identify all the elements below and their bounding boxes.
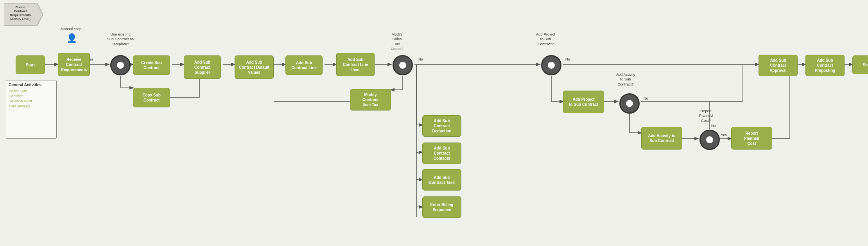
add-task-node[interactable]: Add Sub Contract Task — [422, 169, 461, 191]
svg-text:No: No — [644, 96, 648, 100]
svg-text:Create: Create — [16, 5, 25, 9]
add-project-q-label: Add Project to Sub Contract? — [527, 32, 564, 46]
add-project-node[interactable]: Add Project to Sub Contract — [563, 91, 604, 113]
flowchart-canvas: { "header": { "title": "Create Contract … — [0, 0, 868, 246]
stop-node[interactable]: Stop — [852, 55, 868, 74]
add-project-diamond — [540, 53, 563, 77]
create-sub-node[interactable]: Create Sub Contract — [133, 55, 170, 75]
use-existing-diamond — [109, 53, 132, 77]
person-icon: 👤 — [66, 33, 77, 43]
svg-text:(Activity Level): (Activity Level) — [10, 17, 30, 21]
add-activity-diamond — [618, 92, 641, 115]
svg-text:No: No — [711, 124, 716, 128]
svg-text:No: No — [565, 57, 570, 61]
general-activities-box: General Activities Define Sub Contract R… — [6, 80, 57, 139]
report-planned-q-label: Report Planned Cost? — [687, 109, 725, 123]
add-activity-q-label: Add Activity to Sub Contract? — [606, 72, 645, 87]
report-planned-node[interactable]: Report Planned Cost — [731, 127, 772, 150]
use-existing-label: Use existing Sub Contract as Template? — [97, 32, 144, 46]
add-line-item-node[interactable]: Add Sub Contract Line Item — [336, 53, 375, 76]
receive-node[interactable]: Receive Contract Requirements — [58, 53, 90, 76]
modify-sales-label: Modify Sales Tax Codes? — [378, 32, 416, 51]
approval-node[interactable]: Add Sub Contract Approval — [759, 55, 798, 76]
add-supplier-node[interactable]: Add Sub Contract Supplier — [184, 55, 221, 79]
add-activity-node[interactable]: Add Activity to Sub Contract — [641, 127, 682, 150]
add-default-node[interactable]: Add Sub Contract Default Values — [235, 55, 274, 79]
copy-sub-node[interactable]: Copy Sub Contract — [133, 88, 170, 107]
start-node[interactable]: Start — [16, 55, 45, 74]
svg-text:No: No — [418, 57, 423, 61]
svg-text:Contract: Contract — [14, 9, 27, 13]
modify-tax-node[interactable]: Modify Contract Item Tax — [350, 89, 391, 111]
report-planned-diamond — [698, 128, 721, 152]
svg-text:Requirements: Requirements — [10, 13, 31, 17]
header-shape: Create Contract Requirements (Activity L… — [4, 3, 43, 26]
enter-billing-node[interactable]: Enter Billing Sequence — [422, 196, 461, 218]
add-line-node[interactable]: Add Sub Contract Line — [285, 55, 323, 75]
modify-sales-diamond — [391, 53, 414, 77]
add-contacts-node[interactable]: Add Sub Contract Contacts — [422, 143, 461, 164]
add-deduction-node[interactable]: Add Sub Contract Deduction — [422, 115, 461, 137]
svg-text:Yes: Yes — [721, 133, 727, 137]
manual-step-label: Manual Step — [61, 27, 81, 31]
preposting-node[interactable]: Add Sub Contract Preposting — [805, 55, 845, 76]
